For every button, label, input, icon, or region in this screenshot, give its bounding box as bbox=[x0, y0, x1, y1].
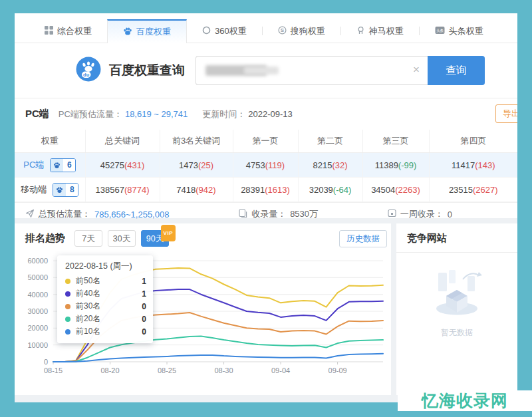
svg-text:08-30: 08-30 bbox=[214, 366, 233, 374]
update-time-label: 更新时间： bbox=[202, 108, 245, 120]
table-cell: 23515(2627) bbox=[429, 178, 517, 202]
calendar-icon bbox=[388, 209, 396, 219]
empty-box-illustration bbox=[425, 267, 489, 321]
table-cell: 34504(2263) bbox=[362, 178, 429, 202]
tooltip-row: 前20名0 bbox=[65, 313, 146, 325]
paw-icon bbox=[51, 159, 63, 172]
range-button-group: 7天30天90天VIP bbox=[74, 230, 169, 247]
svg-text:du: du bbox=[83, 72, 90, 78]
tab-神马权重[interactable]: 神马权重 bbox=[341, 19, 419, 43]
tab-百度权重[interactable]: 百度权重 bbox=[107, 19, 187, 43]
clear-input-icon[interactable]: × bbox=[413, 63, 420, 76]
chart-tooltip: 2022-08-15 (周一) 前50名1前40名1前30名0前20名0前10名… bbox=[57, 255, 153, 343]
stat-item: 总预估流量：785,656~1,255,008 bbox=[25, 208, 169, 220]
circle-360-icon bbox=[202, 26, 211, 37]
column-header: 第四页 bbox=[429, 130, 517, 153]
site-watermark: 忆海收录网 bbox=[398, 390, 532, 411]
column-header: 第二页 bbox=[298, 130, 362, 153]
search-section: du 百度权重查询 × 查询 bbox=[15, 43, 517, 98]
column-header: 总关键词 bbox=[85, 130, 160, 153]
svg-text:头条: 头条 bbox=[436, 29, 444, 33]
grid-icon bbox=[45, 26, 53, 37]
competitor-title: 竞争网站 bbox=[396, 223, 517, 253]
svg-text:08-25: 08-25 bbox=[158, 366, 176, 374]
table-cell: 8215(32) bbox=[298, 153, 362, 178]
range-button-90天[interactable]: 90天VIP bbox=[141, 230, 169, 247]
tooltip-date: 2022-08-15 (周一) bbox=[65, 261, 146, 272]
empty-state-text: 暂无数据 bbox=[396, 327, 517, 339]
vip-badge: VIP bbox=[161, 225, 176, 241]
range-button-30天[interactable]: 30天 bbox=[108, 230, 136, 247]
pc-traffic-label: PC端预估流量： bbox=[59, 108, 122, 120]
empty-state: 暂无数据 bbox=[396, 267, 517, 339]
pc-section-header: PC端 PC端预估流量： 18,619 ~ 29,741 更新时间： 2022-… bbox=[15, 98, 517, 130]
tab-360权重[interactable]: 360权重 bbox=[187, 19, 262, 43]
baidu-logo-icon: du bbox=[76, 57, 101, 84]
svg-text:S: S bbox=[281, 27, 285, 33]
sogou-icon: S bbox=[278, 26, 287, 37]
svg-text:09-04: 09-04 bbox=[271, 366, 290, 374]
trend-chart: 010000200003000040000500006000008-1508-2… bbox=[15, 253, 391, 391]
column-header: 权重 bbox=[15, 130, 85, 153]
svg-text:08-15: 08-15 bbox=[44, 366, 63, 374]
stats-row: 总预估流量：785,656~1,255,008收录量：8530万一周收录：0 bbox=[15, 202, 517, 225]
table-cell: 11389(-99) bbox=[362, 153, 429, 178]
svg-text:10000: 10000 bbox=[27, 341, 48, 349]
search-input[interactable]: × bbox=[196, 56, 428, 85]
pc-section-title: PC端 bbox=[25, 108, 49, 120]
series-前10名 bbox=[53, 354, 383, 362]
doc-icon bbox=[239, 209, 247, 220]
paw-icon bbox=[53, 184, 66, 196]
weight-table: 权重总关键词前3名关键词第一页第二页第三页第四页 PC端645275(431)1… bbox=[15, 130, 517, 202]
export-data-button[interactable]: 导出数据 bbox=[495, 104, 517, 123]
svg-text:40000: 40000 bbox=[27, 291, 48, 299]
trend-card: 排名趋势 7天30天90天VIP 历史数据 010000200003000040… bbox=[15, 223, 391, 395]
svg-text:60000: 60000 bbox=[27, 257, 48, 265]
tooltip-row: 前10名0 bbox=[65, 325, 146, 338]
svg-text:20000: 20000 bbox=[27, 324, 48, 332]
row-label[interactable]: 移动端 bbox=[21, 184, 47, 196]
weight-badge: 8 bbox=[53, 183, 78, 197]
tab-头条权重[interactable]: 头条头条权重 bbox=[420, 19, 499, 43]
table-body: PC端645275(431)1473(25)4753(119)8215(32)1… bbox=[15, 153, 517, 202]
column-header: 第一页 bbox=[233, 130, 298, 153]
svg-text:50000: 50000 bbox=[27, 273, 48, 281]
update-time-value: 2022-09-13 bbox=[248, 109, 293, 119]
table-row: PC端645275(431)1473(25)4753(119)8215(32)1… bbox=[15, 153, 517, 178]
table-cell: 32039(-64) bbox=[298, 178, 362, 202]
tab-bar: 综合权重百度权重360权重S搜狗权重神马权重头条头条权重 bbox=[15, 13, 517, 43]
masked-query-text-2 bbox=[244, 67, 279, 74]
tooltip-row: 前40名1 bbox=[65, 287, 146, 300]
trend-header: 排名趋势 7天30天90天VIP 历史数据 bbox=[15, 223, 391, 253]
table-cell: 138567(8774) bbox=[85, 178, 160, 202]
shenma-icon bbox=[356, 26, 365, 37]
tooltip-row: 前50名1 bbox=[65, 275, 146, 287]
trend-title: 排名趋势 bbox=[25, 232, 65, 245]
column-header: 第三页 bbox=[362, 130, 429, 153]
table-cell: 7418(942) bbox=[160, 178, 233, 202]
toutiao-icon: 头条 bbox=[435, 26, 445, 37]
table-cell: 4753(119) bbox=[233, 153, 298, 178]
weight-badge: 6 bbox=[50, 158, 76, 172]
tab-搜狗权重[interactable]: S搜狗权重 bbox=[263, 19, 340, 43]
svg-text:08-20: 08-20 bbox=[100, 366, 119, 374]
pc-traffic-value: 18,619 ~ 29,741 bbox=[125, 109, 188, 119]
main-page: 综合权重百度权重360权重S搜狗权重神马权重头条头条权重 du 百度权重查询 ×… bbox=[15, 13, 517, 402]
svg-text:0: 0 bbox=[44, 358, 48, 366]
svg-text:30000: 30000 bbox=[27, 307, 48, 315]
range-button-7天[interactable]: 7天 bbox=[74, 230, 102, 247]
top-card: 综合权重百度权重360权重S搜狗权重神马权重头条头条权重 du 百度权重查询 ×… bbox=[15, 13, 517, 218]
table-cell: 28391(1613) bbox=[233, 178, 298, 202]
row-label[interactable]: PC端 bbox=[23, 159, 44, 171]
query-button[interactable]: 查询 bbox=[428, 56, 485, 85]
table-cell: 1473(25) bbox=[160, 153, 233, 178]
stat-item: 收录量：8530万 bbox=[239, 208, 318, 220]
stat-item: 一周收录：0 bbox=[388, 208, 452, 220]
paw-icon bbox=[123, 27, 132, 38]
send-icon bbox=[25, 209, 35, 220]
tab-综合权重[interactable]: 综合权重 bbox=[29, 19, 107, 43]
history-data-button[interactable]: 历史数据 bbox=[339, 230, 387, 247]
tooltip-row: 前30名0 bbox=[65, 300, 146, 313]
table-row: 移动端8138567(8774)7418(942)28391(1613)3203… bbox=[15, 178, 517, 202]
table-cell: 11417(143) bbox=[429, 153, 517, 178]
